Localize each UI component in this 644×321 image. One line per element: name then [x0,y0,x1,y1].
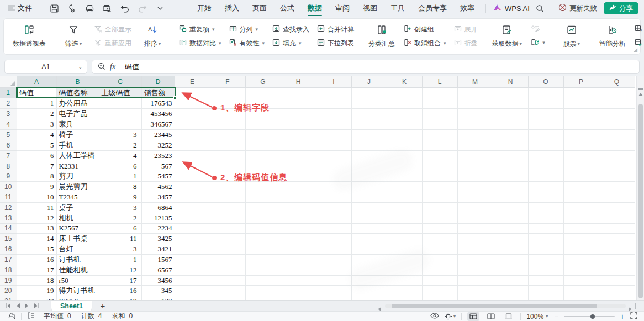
cell-H1[interactable] [281,87,316,98]
cell-A18[interactable]: 17 [17,265,56,275]
cell-B15[interactable]: 床上书桌 [56,233,99,244]
cell-H15[interactable] [281,233,316,244]
cell-L20[interactable] [422,286,457,296]
cell-F12[interactable] [210,202,245,213]
get-data-button[interactable]: 获取数据▾ [489,23,526,50]
menu-tab-页面[interactable]: 页面 [247,0,272,17]
col-header-F[interactable]: F [210,76,245,87]
table-split-button[interactable]: ? [632,24,644,35]
cell-A9[interactable]: 8 [17,171,56,182]
cell-O5[interactable] [528,130,563,140]
col-header-Q[interactable]: Q [599,76,635,87]
cell-O16[interactable] [528,244,563,254]
cell-G19[interactable] [245,275,281,285]
cell-A3[interactable]: 2 [17,109,56,119]
sort-button[interactable]: A 排序▾ [137,23,168,50]
cell-G5[interactable] [245,130,281,140]
cell-M8[interactable] [457,161,493,171]
cell-N7[interactable] [493,151,528,161]
cell-E20[interactable] [175,286,210,296]
validation-button[interactable]: 有效性▾ [227,38,267,49]
zoom-level-button[interactable]: 100%▾ [526,313,548,320]
cell-L12[interactable] [422,202,457,213]
cell-L8[interactable] [422,161,457,171]
row-header-3[interactable]: 3 [0,109,17,119]
cell-mode-icon[interactable] [8,312,15,321]
cell-C18[interactable]: 12 [99,265,141,275]
cell-C11[interactable]: 9 [99,192,141,202]
cell-C10[interactable]: 8 [99,182,141,192]
row-header-16[interactable]: 16 [0,244,17,254]
prev-sheet-icon[interactable] [16,303,20,308]
cell-E9[interactable] [175,171,210,182]
first-sheet-icon[interactable] [6,303,11,308]
cell-E21[interactable] [175,296,210,300]
cell-C19[interactable]: 17 [99,275,141,285]
cell-P13[interactable] [563,213,599,223]
zoom-in-button[interactable]: + [620,313,625,320]
cell-P18[interactable] [563,265,599,275]
cell-G15[interactable] [245,233,281,244]
cell-A11[interactable]: 10 [17,192,56,202]
cell-D21[interactable]: 123 [141,296,175,300]
cell-N4[interactable] [493,119,528,130]
vertical-scrollbar[interactable] [636,76,644,300]
cell-B3[interactable]: 电子产品 [56,109,99,119]
cell-N17[interactable] [493,254,528,265]
row-header-7[interactable]: 7 [0,151,17,161]
cell-H19[interactable] [281,275,316,285]
cell-E17[interactable] [175,254,210,265]
cell-D20[interactable]: 345 [141,286,175,296]
cell-M20[interactable] [457,286,493,296]
cell-E1[interactable] [175,87,210,98]
col-header-B[interactable]: B [56,76,99,87]
vertical-scroll-thumb[interactable] [638,104,643,298]
cell-K1[interactable] [387,87,422,98]
cell-P1[interactable] [563,87,599,98]
cell-F6[interactable] [210,140,245,151]
cell-H6[interactable] [281,140,316,151]
cell-D4[interactable]: 346567 [141,119,175,130]
cell-H3[interactable] [281,109,316,119]
cell-J14[interactable] [351,223,387,233]
cell-C14[interactable]: 6 [99,223,141,233]
cell-L2[interactable] [422,98,457,109]
next-sheet-icon[interactable] [25,303,29,308]
cell-P15[interactable] [563,233,599,244]
cell-D8[interactable]: 567 [141,161,175,171]
cell-D18[interactable]: 6567 [141,265,175,275]
cell-N5[interactable] [493,130,528,140]
row-header-17[interactable]: 17 [0,254,17,265]
cell-O17[interactable] [528,254,563,265]
cell-F1[interactable] [210,87,245,98]
cell-N2[interactable] [493,98,528,109]
cell-O7[interactable] [528,151,563,161]
cell-N6[interactable] [493,140,528,151]
cell-G18[interactable] [245,265,281,275]
cell-G1[interactable] [245,87,281,98]
cell-B12[interactable]: 桌子 [56,202,99,213]
cell-P12[interactable] [563,202,599,213]
cell-G14[interactable] [245,223,281,233]
cell-N15[interactable] [493,233,528,244]
cell-G7[interactable] [245,151,281,161]
cell-M3[interactable] [457,109,493,119]
cell-H7[interactable] [281,151,316,161]
cell-G12[interactable] [245,202,281,213]
cell-A20[interactable]: 19 [17,286,56,296]
cell-C12[interactable]: 3 [99,202,141,213]
cell-N18[interactable] [493,265,528,275]
cell-O6[interactable] [528,140,563,151]
cell-M14[interactable] [457,223,493,233]
reapply-button[interactable]: 重新应用 [92,38,134,49]
cell-L3[interactable] [422,109,457,119]
cell-P7[interactable] [563,151,599,161]
filter-button[interactable]: 筛选▾ [58,23,89,50]
pivot-table-button[interactable]: 数据透视表 [9,23,49,50]
cell-P16[interactable] [563,244,599,254]
row-header-4[interactable]: 4 [0,119,17,130]
cell-O1[interactable] [528,87,563,98]
cell-J6[interactable] [351,140,387,151]
create-group-button[interactable]: 创建组 [402,24,448,35]
cell-G4[interactable] [245,119,281,130]
